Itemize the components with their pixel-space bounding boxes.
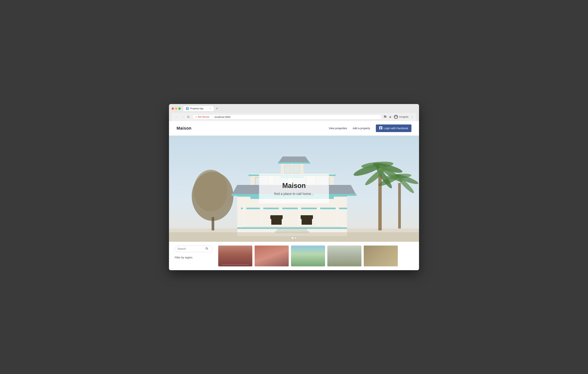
hero-section: Maison find a place to call home... xyxy=(169,136,419,242)
tab-close-button[interactable]: × xyxy=(210,107,211,110)
nav-links: View properties Add a property Login wit… xyxy=(329,125,411,132)
menu-button[interactable]: ⋮ xyxy=(411,115,414,119)
title-bar: Property App × + ← → ↻ ⚠ Not Secure | lo… xyxy=(169,104,419,121)
address-url: localhost:3000 xyxy=(214,116,230,118)
svg-rect-58 xyxy=(169,232,419,242)
property-thumbnail-4[interactable] xyxy=(327,246,361,266)
brand-logo[interactable]: Maison xyxy=(177,126,191,131)
hero-title: Maison xyxy=(274,182,314,190)
tab-title: Property App xyxy=(190,107,203,110)
tab-favicon xyxy=(186,107,189,110)
add-property-link[interactable]: Add a property xyxy=(353,127,370,130)
svg-line-60 xyxy=(207,249,208,250)
address-input[interactable]: ⚠ Not Secure | localhost:3000 xyxy=(192,114,382,119)
property-thumbnail-5[interactable] xyxy=(364,246,398,266)
view-properties-link[interactable]: View properties xyxy=(329,127,347,130)
bookmark-icon[interactable]: ★ xyxy=(389,115,392,119)
svg-rect-35 xyxy=(284,165,291,173)
login-facebook-button[interactable]: Login with Facebook xyxy=(376,125,411,132)
search-input[interactable] xyxy=(178,247,204,250)
back-button[interactable]: ← xyxy=(174,115,179,119)
active-tab[interactable]: Property App × xyxy=(183,106,214,111)
hero-subtitle: find a place to call home... xyxy=(274,192,314,196)
svg-rect-55 xyxy=(237,227,347,229)
search-box[interactable] xyxy=(175,246,212,252)
property-thumbnail-2[interactable] xyxy=(255,246,289,266)
address-bar: ← → ↻ ⚠ Not Secure | localhost:3000 ★ xyxy=(172,113,416,121)
refresh-button[interactable]: ↻ xyxy=(186,115,190,119)
page-content: Maison View properties Add a property Lo… xyxy=(169,121,419,270)
maximize-button[interactable] xyxy=(178,107,181,110)
new-tab-button[interactable]: + xyxy=(214,106,220,111)
facebook-icon xyxy=(379,126,382,130)
traffic-lights xyxy=(172,107,181,110)
svg-rect-56 xyxy=(277,229,307,231)
incognito-label: Incognito xyxy=(399,116,409,118)
minimize-button[interactable] xyxy=(175,107,177,110)
not-secure-badge: ⚠ Not Secure xyxy=(195,116,209,118)
svg-rect-9 xyxy=(212,217,214,230)
svg-rect-43 xyxy=(241,208,347,209)
svg-rect-44 xyxy=(243,208,246,228)
close-button[interactable] xyxy=(172,107,174,110)
search-icon xyxy=(206,247,208,250)
incognito-avatar xyxy=(394,115,398,119)
svg-point-8 xyxy=(194,170,228,212)
svg-rect-36 xyxy=(293,165,300,173)
warning-icon: ⚠ xyxy=(195,116,197,118)
camera-off-icon xyxy=(384,115,387,119)
forward-button[interactable]: → xyxy=(180,115,185,119)
svg-marker-37 xyxy=(278,157,310,163)
hero-overlay-card: Maison find a place to call home... xyxy=(259,174,329,203)
toolbar-right: ★ Incognito ⋮ xyxy=(384,115,414,119)
incognito-badge: Incognito xyxy=(394,115,409,119)
svg-rect-38 xyxy=(278,162,310,164)
nav-buttons: ← → ↻ xyxy=(174,115,190,119)
not-secure-label: Not Secure xyxy=(198,116,209,118)
svg-rect-54 xyxy=(301,215,313,219)
property-thumbnail-1[interactable] xyxy=(218,246,252,266)
carousel-dots xyxy=(292,237,296,239)
tab-bar: Property App × + xyxy=(183,106,416,111)
svg-rect-48 xyxy=(317,208,320,228)
svg-rect-49 xyxy=(336,208,339,228)
svg-rect-52 xyxy=(270,215,283,219)
carousel-dot-1[interactable] xyxy=(292,237,293,239)
filter-label: Filter by region: xyxy=(175,256,212,259)
login-facebook-label: Login with Facebook xyxy=(384,127,408,130)
navbar: Maison View properties Add a property Lo… xyxy=(169,121,419,136)
property-thumbnails xyxy=(218,246,413,266)
bottom-section: Filter by region: xyxy=(169,242,419,270)
carousel-dot-2[interactable] xyxy=(295,237,296,239)
property-thumbnail-3[interactable] xyxy=(291,246,325,266)
address-divider: | xyxy=(212,116,212,118)
browser-window: Property App × + ← → ↻ ⚠ Not Secure | lo… xyxy=(169,104,419,270)
svg-point-59 xyxy=(206,247,207,249)
svg-rect-45 xyxy=(260,208,263,228)
svg-rect-17 xyxy=(398,183,401,228)
